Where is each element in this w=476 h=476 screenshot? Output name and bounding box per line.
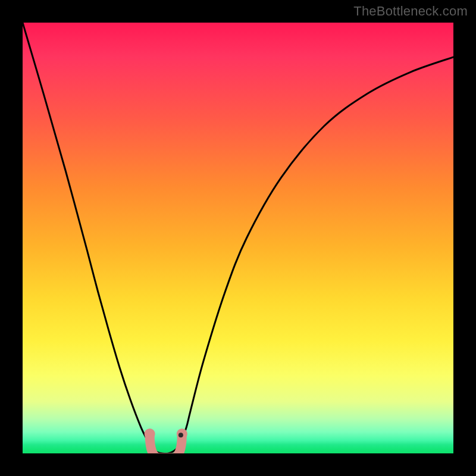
plateau-sausage xyxy=(150,434,182,453)
chart-frame: TheBottleneck.com xyxy=(0,0,476,476)
plateau-dot xyxy=(178,433,183,437)
plateau-marker xyxy=(145,428,187,453)
watermark-text: TheBottleneck.com xyxy=(353,4,468,19)
curve-path xyxy=(23,23,453,453)
plot-area xyxy=(23,23,453,453)
bottleneck-curve xyxy=(23,23,453,453)
plateau-cap-left xyxy=(145,428,155,439)
curve-layer xyxy=(23,23,453,453)
